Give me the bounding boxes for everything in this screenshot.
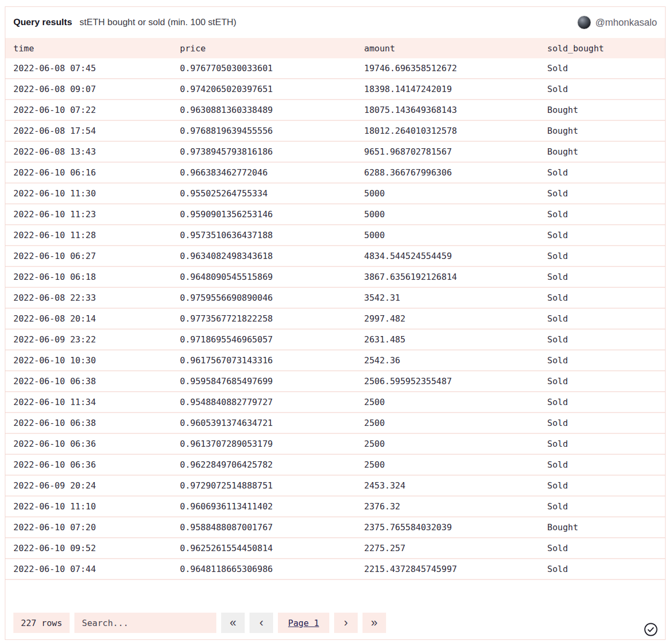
table-cell-sold_bought: Sold	[539, 559, 665, 579]
table-cell-amount: 4834.544524554459	[356, 246, 539, 266]
table-cell-amount: 5000	[356, 183, 539, 204]
table-row: 2022-06-08 22:330.97595566908900463542.3…	[5, 287, 665, 308]
table-cell-amount: 2506.595952355487	[356, 371, 539, 392]
table-cell-sold_bought: Sold	[539, 329, 665, 350]
column-header-amount: amount	[356, 38, 539, 58]
table-cell-sold_bought: Sold	[539, 225, 665, 246]
table-cell-price: 0.966383462772046	[172, 162, 356, 183]
table-row: 2022-06-10 11:100.96069361134114022376.3…	[5, 496, 665, 517]
table-cell-amount: 2500	[356, 413, 539, 433]
table-cell-time: 2022-06-08 13:43	[5, 141, 172, 162]
table-cell-price: 0.9767705030033601	[172, 58, 356, 79]
table-cell-price: 0.9573510636437188	[172, 225, 356, 246]
table-row: 2022-06-09 23:220.97186955469650572631.4…	[5, 329, 665, 350]
table-cell-time: 2022-06-08 22:33	[5, 287, 172, 308]
table-cell-price: 0.9606936113411402	[172, 496, 356, 517]
table-cell-time: 2022-06-10 06:36	[5, 454, 172, 475]
table-row: 2022-06-10 10:300.96175670731433162542.3…	[5, 350, 665, 371]
table-cell-price: 0.9548840882779727	[172, 392, 356, 413]
table-cell-sold_bought: Sold	[539, 246, 665, 266]
table-cell-time: 2022-06-08 20:14	[5, 308, 172, 329]
table-cell-sold_bought: Bought	[539, 517, 665, 538]
table-row: 2022-06-10 07:220.963088136033848918075.…	[5, 100, 665, 120]
table-cell-sold_bought: Sold	[539, 413, 665, 433]
table-cell-time: 2022-06-10 06:16	[5, 162, 172, 183]
table-cell-sold_bought: Sold	[539, 287, 665, 308]
user-avatar[interactable]	[577, 16, 591, 29]
table-cell-amount: 18075.143649368143	[356, 100, 539, 120]
page-title: Query results	[13, 17, 72, 28]
table-row: 2022-06-10 06:160.9663834627720466288.36…	[5, 162, 665, 183]
results-table: time price amount sold_bought 2022-06-08…	[5, 38, 665, 580]
table-cell-price: 0.9617567073143316	[172, 350, 356, 371]
table-cell-sold_bought: Sold	[539, 371, 665, 392]
table-cell-sold_bought: Sold	[539, 350, 665, 371]
table-cell-sold_bought: Sold	[539, 392, 665, 413]
table-cell-price: 0.9595847685497699	[172, 371, 356, 392]
table-row: 2022-06-08 07:450.976770503003360119746.…	[5, 58, 665, 79]
query-name: stETH bought or sold (min. 100 stETH)	[80, 17, 237, 28]
column-header-price: price	[172, 38, 356, 58]
table-row: 2022-06-10 06:380.95958476854976992506.5…	[5, 371, 665, 392]
table-cell-sold_bought: Bought	[539, 120, 665, 141]
table-cell-time: 2022-06-10 11:34	[5, 392, 172, 413]
table-cell-sold_bought: Sold	[539, 162, 665, 183]
table-cell-price: 0.9742065020397651	[172, 79, 356, 100]
author-handle[interactable]: @mhonkasalo	[595, 17, 657, 28]
column-header-time: time	[5, 38, 172, 58]
table-row: 2022-06-10 06:180.96480905455158693867.6…	[5, 266, 665, 287]
table-cell-time: 2022-06-10 07:44	[5, 559, 172, 579]
table-cell-sold_bought: Sold	[539, 266, 665, 287]
table-row: 2022-06-08 09:070.974206502039765118398.…	[5, 79, 665, 100]
table-row: 2022-06-10 11:340.95488408827797272500So…	[5, 392, 665, 413]
table-cell-amount: 2375.765584032039	[356, 517, 539, 538]
table-cell-price: 0.955025264755334	[172, 183, 356, 204]
table-cell-sold_bought: Sold	[539, 433, 665, 454]
table-cell-amount: 18012.264010312578	[356, 120, 539, 141]
table-cell-amount: 3542.31	[356, 287, 539, 308]
table-cell-amount: 2215.4372845745997	[356, 559, 539, 579]
card-header: Query results stETH bought or sold (min.…	[5, 7, 665, 38]
table-row: 2022-06-10 11:300.9550252647553345000Sol…	[5, 183, 665, 204]
table-cell-amount: 3867.6356192126814	[356, 266, 539, 287]
last-page-button[interactable]: »	[363, 613, 386, 633]
next-page-button[interactable]: ›	[334, 613, 358, 633]
table-cell-sold_bought: Sold	[539, 79, 665, 100]
table-cell-price: 0.9588488087001767	[172, 517, 356, 538]
table-cell-sold_bought: Sold	[539, 475, 665, 496]
table-cell-amount: 2275.257	[356, 538, 539, 559]
double-chevron-right-icon: »	[371, 617, 377, 629]
table-cell-price: 0.9630881360338489	[172, 100, 356, 120]
table-cell-amount: 5000	[356, 225, 539, 246]
table-cell-amount: 2500	[356, 392, 539, 413]
table-header-row: time price amount sold_bought	[5, 38, 665, 58]
table-row: 2022-06-08 17:540.976881963945555618012.…	[5, 120, 665, 141]
previous-page-button[interactable]: ‹	[250, 613, 273, 633]
table-cell-time: 2022-06-08 09:07	[5, 79, 172, 100]
table-cell-amount: 5000	[356, 204, 539, 225]
table-cell-time: 2022-06-10 06:27	[5, 246, 172, 266]
chevron-left-icon: ‹	[259, 617, 263, 629]
table-row: 2022-06-10 06:270.96340824983436184834.5…	[5, 246, 665, 266]
table-footer: 227 rows « ‹ Page 1 › »	[13, 613, 657, 633]
author-link[interactable]: @mhonkasalo	[577, 16, 657, 29]
table-header: time price amount sold_bought	[5, 38, 665, 58]
table-cell-sold_bought: Bought	[539, 141, 665, 162]
current-page-button[interactable]: Page 1	[278, 613, 329, 633]
table-cell-time: 2022-06-10 11:30	[5, 183, 172, 204]
table-cell-price: 0.9605391374634721	[172, 413, 356, 433]
query-results-card: Query results stETH bought or sold (min.…	[5, 6, 666, 640]
table-cell-amount: 18398.14147242019	[356, 79, 539, 100]
table-cell-amount: 19746.696358512672	[356, 58, 539, 79]
table-cell-sold_bought: Sold	[539, 204, 665, 225]
table-cell-amount: 2997.482	[356, 308, 539, 329]
table-cell-time: 2022-06-09 23:22	[5, 329, 172, 350]
table-cell-price: 0.9622849706425782	[172, 454, 356, 475]
table-row: 2022-06-10 11:230.95909013562531465000So…	[5, 204, 665, 225]
table-cell-amount: 2376.32	[356, 496, 539, 517]
table-cell-price: 0.9590901356253146	[172, 204, 356, 225]
search-input[interactable]	[74, 613, 216, 633]
table-cell-sold_bought: Sold	[539, 538, 665, 559]
first-page-button[interactable]: «	[221, 613, 245, 633]
table-row: 2022-06-10 06:360.96228497064257822500So…	[5, 454, 665, 475]
